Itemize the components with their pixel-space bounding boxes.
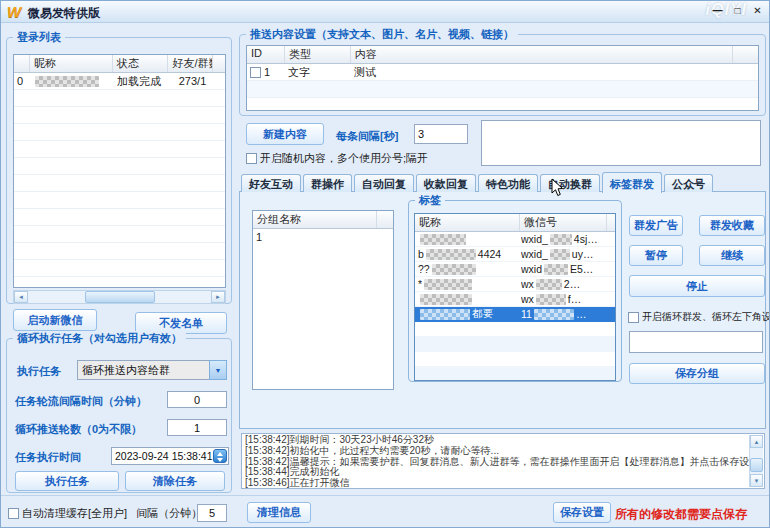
contact-row[interactable]: *wx2… xyxy=(415,277,615,292)
tab-3[interactable]: 收款回复 xyxy=(416,174,476,192)
blurred-wechat-id xyxy=(536,294,566,305)
tab-6[interactable]: 标签群发 xyxy=(602,172,662,193)
login-table[interactable]: 昵称 状态 好友/群数 0 加载完成 273/1 xyxy=(13,54,226,288)
login-empty-row xyxy=(14,226,225,243)
random-content-checkbox[interactable] xyxy=(246,153,257,164)
login-empty-row xyxy=(14,192,225,209)
login-row[interactable]: 0 加载完成 273/1 xyxy=(14,73,225,90)
blurred-nickname xyxy=(420,309,470,320)
login-empty-row xyxy=(14,141,225,158)
push-content-groupbox: 推送内容设置（支持文本、图片、名片、视频、链接） ID 类型 内容 1 文字 测… xyxy=(239,34,766,116)
login-row-counts: 273/1 xyxy=(170,75,215,87)
group-name-input[interactable] xyxy=(629,331,763,353)
login-hscrollbar[interactable]: ◄ ► xyxy=(13,290,226,304)
push-row-checkbox[interactable] xyxy=(250,67,261,78)
contact-row[interactable]: wxf… xyxy=(415,292,615,307)
contact-row[interactable]: 都要11… xyxy=(415,307,615,322)
push-row[interactable]: 1 文字 测试 xyxy=(247,64,758,81)
task-interval-input[interactable] xyxy=(167,391,227,408)
login-empty-row xyxy=(14,277,225,288)
datetime-picker-icon[interactable] xyxy=(213,449,227,463)
tab-1[interactable]: 群操作 xyxy=(303,174,352,192)
loop-rounds-input[interactable] xyxy=(167,419,227,436)
content-textarea[interactable] xyxy=(481,120,761,166)
task-interval-label: 任务轮流间隔时间（分钟） xyxy=(15,394,147,409)
vscroll-thumb[interactable] xyxy=(750,458,763,472)
scroll-right-icon[interactable]: ► xyxy=(211,291,225,303)
login-col-status[interactable]: 状态 xyxy=(113,55,168,72)
tab-4[interactable]: 特色功能 xyxy=(478,174,538,192)
push-col-type[interactable]: 类型 xyxy=(285,46,351,63)
blurred-wechat-id xyxy=(550,249,570,260)
start-new-wechat-button[interactable]: 启动新微信 xyxy=(13,309,97,331)
window-controls: — □ ✕ xyxy=(710,4,765,18)
scroll-left-icon[interactable]: ◄ xyxy=(14,291,28,303)
minimize-button[interactable]: — xyxy=(710,4,725,18)
log-area[interactable]: [15:38:42]到期时间：30天23小时46分32秒[15:38:42]初始… xyxy=(241,433,765,489)
tab-2[interactable]: 自动回复 xyxy=(354,174,414,192)
push-col-id[interactable]: ID xyxy=(247,46,285,63)
group-row[interactable]: 1 xyxy=(253,229,393,244)
mouse-cursor xyxy=(551,178,564,197)
mass-send-fav-button[interactable]: 群发收藏 xyxy=(699,215,765,236)
continue-button[interactable]: 继续 xyxy=(699,245,765,266)
window-title: 微易发特供版 xyxy=(28,5,100,22)
blurred-nickname xyxy=(35,76,99,87)
task-datetime-input[interactable]: 2023-09-24 15:38:41 xyxy=(111,447,229,465)
log-vscrollbar[interactable]: ▲ ▼ xyxy=(749,435,763,487)
save-settings-button[interactable]: 保存设置 xyxy=(553,502,611,523)
hscroll-thumb[interactable] xyxy=(85,291,155,303)
contact-row[interactable]: wxid_4sj… xyxy=(415,232,615,247)
maximize-button[interactable]: □ xyxy=(730,4,745,18)
loop-task-groupbox: 循环执行任务（对勾选用户有效） 执行任务 循环推送内容给群 ▼ 任务轮流间隔时间… xyxy=(6,338,232,493)
contact-row[interactable]: ??wxidE5… xyxy=(415,262,615,277)
loop-send-row: 开启循环群发、循环左下角设置 xyxy=(628,310,770,324)
tab-5[interactable]: 自动换群 xyxy=(540,174,600,192)
push-row-type: 文字 xyxy=(285,65,351,80)
login-empty-row xyxy=(14,243,225,260)
login-table-header: 昵称 状态 好友/群数 xyxy=(14,55,225,73)
login-row-status: 加载完成 xyxy=(114,74,170,89)
auto-clean-checkbox[interactable] xyxy=(8,508,19,519)
pause-button[interactable]: 暂停 xyxy=(629,245,683,266)
log-output: [15:38:42]到期时间：30天23小时46分32秒[15:38:42]初始… xyxy=(245,435,747,489)
tab-0[interactable]: 好友互动 xyxy=(241,174,301,192)
login-col-counts[interactable]: 好友/群数 xyxy=(168,55,213,72)
chevron-down-icon[interactable]: ▼ xyxy=(209,360,227,380)
push-table-body: 1 文字 测试 xyxy=(247,64,758,111)
stop-button[interactable]: 停止 xyxy=(629,275,765,297)
push-col-content[interactable]: 内容 xyxy=(351,46,733,63)
scroll-up-icon[interactable]: ▲ xyxy=(750,435,763,448)
task-select-value[interactable]: 循环推送内容给群 xyxy=(77,360,209,380)
group-name-table[interactable]: 分组名称 1 xyxy=(252,210,394,390)
new-content-button[interactable]: 新建内容 xyxy=(246,123,324,145)
save-group-button[interactable]: 保存分组 xyxy=(629,363,765,384)
app-logo-icon: W xyxy=(7,3,21,20)
login-empty-row xyxy=(14,90,225,107)
msg-interval-input[interactable] xyxy=(414,124,468,144)
titlebar[interactable]: W 微易发特供版 iQIYI — □ ✕ xyxy=(1,1,769,23)
push-content-table[interactable]: ID 类型 内容 1 文字 测试 xyxy=(246,45,759,111)
execute-task-button[interactable]: 执行任务 xyxy=(15,471,119,491)
clean-info-button[interactable]: 清理信息 xyxy=(247,502,311,523)
contacts-col-nickname[interactable]: 昵称 xyxy=(415,214,520,231)
group-name-header[interactable]: 分组名称 xyxy=(253,211,377,228)
tab-7[interactable]: 公众号 xyxy=(664,174,713,192)
close-button[interactable]: ✕ xyxy=(750,4,765,18)
clear-task-button[interactable]: 清除任务 xyxy=(125,471,225,491)
tab-bar: 好友互动群操作自动回复收款回复特色功能自动换群标签群发公众号 xyxy=(241,170,715,192)
contacts-body: wxid_4sj…b4424wxid_uy…??wxidE5…*wx2…wxf…… xyxy=(415,232,615,381)
group-row-name: 1 xyxy=(253,231,377,243)
mass-send-ad-button[interactable]: 群发广告 xyxy=(629,215,683,236)
contacts-col-wechat-id[interactable]: 微信号 xyxy=(520,214,607,231)
login-empty-row xyxy=(14,209,225,226)
contacts-table[interactable]: 昵称 微信号 wxid_4sj…b4424wxid_uy…??wxidE5…*w… xyxy=(414,213,616,381)
scroll-down-icon[interactable]: ▼ xyxy=(750,474,763,487)
login-col-nickname[interactable]: 昵称 xyxy=(30,55,113,72)
contact-row[interactable]: b4424wxid_uy… xyxy=(415,247,615,262)
clean-interval-input[interactable] xyxy=(197,504,227,522)
push-row-id: 1 xyxy=(264,66,270,78)
loop-send-checkbox[interactable] xyxy=(628,312,639,323)
task-datetime-value: 2023-09-24 15:38:41 xyxy=(115,450,213,462)
task-select[interactable]: 循环推送内容给群 ▼ xyxy=(77,360,227,380)
